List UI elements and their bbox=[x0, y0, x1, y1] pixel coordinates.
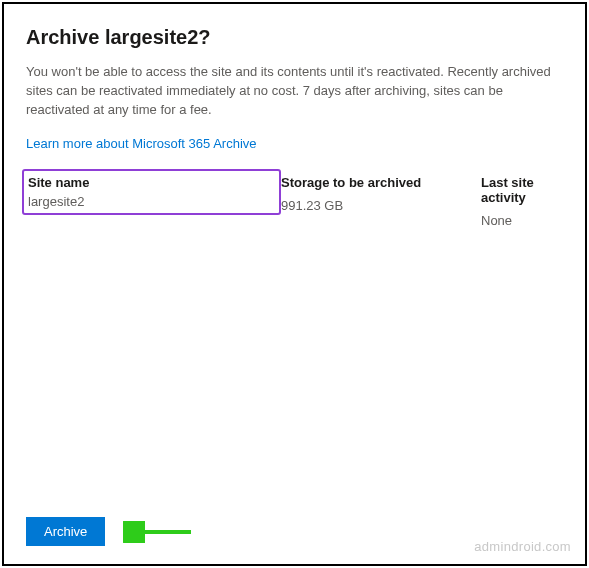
column-activity: Last site activity None bbox=[481, 171, 563, 230]
archive-button[interactable]: Archive bbox=[26, 517, 105, 546]
sites-table: Site name largesite2 Storage to be archi… bbox=[26, 171, 563, 230]
dialog-description: You won't be able to access the site and… bbox=[26, 63, 556, 120]
header-activity: Last site activity bbox=[481, 171, 563, 211]
archive-dialog: Archive largesite2? You won't be able to… bbox=[2, 2, 587, 566]
dialog-title: Archive largesite2? bbox=[26, 26, 563, 49]
highlight-annotation: Site name largesite2 bbox=[22, 169, 281, 215]
header-site-name: Site name bbox=[26, 173, 273, 194]
column-storage: Storage to be archived 991.23 GB bbox=[281, 171, 481, 230]
spacer bbox=[26, 230, 563, 509]
column-site-name: Site name largesite2 bbox=[26, 171, 281, 230]
arrow-annotation-icon bbox=[123, 521, 193, 543]
header-storage: Storage to be archived bbox=[281, 171, 481, 196]
learn-more-link[interactable]: Learn more about Microsoft 365 Archive bbox=[26, 136, 563, 151]
cell-site-name: largesite2 bbox=[26, 194, 273, 211]
cell-activity: None bbox=[481, 211, 563, 230]
cell-storage: 991.23 GB bbox=[281, 196, 481, 215]
watermark: admindroid.com bbox=[474, 539, 571, 554]
